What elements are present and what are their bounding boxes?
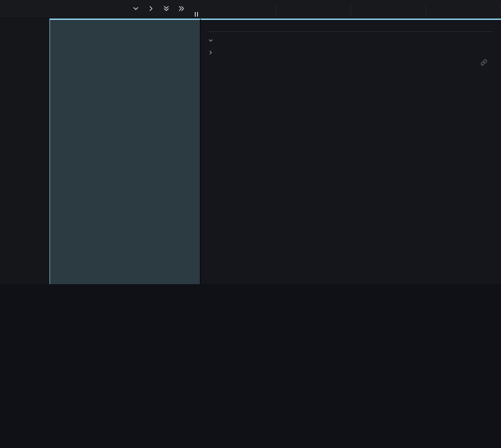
timeline-axis — [201, 0, 501, 18]
span-attributes-toggle[interactable] — [208, 38, 494, 43]
header-bar — [0, 0, 501, 19]
collapse-one-icon[interactable] — [132, 5, 139, 12]
expand-all-icon[interactable] — [178, 5, 185, 12]
resource-attributes-toggle[interactable] — [208, 50, 494, 55]
collapse-all-icon[interactable] — [162, 5, 170, 12]
expand-one-icon[interactable] — [147, 5, 155, 12]
selected-span-detail-spacer — [49, 19, 201, 284]
span-id-row — [208, 59, 494, 66]
chevron-right-icon — [208, 50, 213, 55]
divider — [208, 31, 494, 32]
span-detail-region — [0, 19, 501, 284]
span-meta — [208, 20, 494, 25]
span-detail-panel — [201, 19, 501, 284]
link-icon[interactable] — [481, 59, 487, 66]
trace-viewer — [0, 0, 501, 448]
service-operation-header — [0, 0, 201, 18]
span-detail-header — [208, 20, 494, 25]
column-resize-handle[interactable] — [195, 12, 198, 17]
tree-toolbar — [132, 5, 185, 12]
chevron-down-icon — [208, 38, 213, 43]
